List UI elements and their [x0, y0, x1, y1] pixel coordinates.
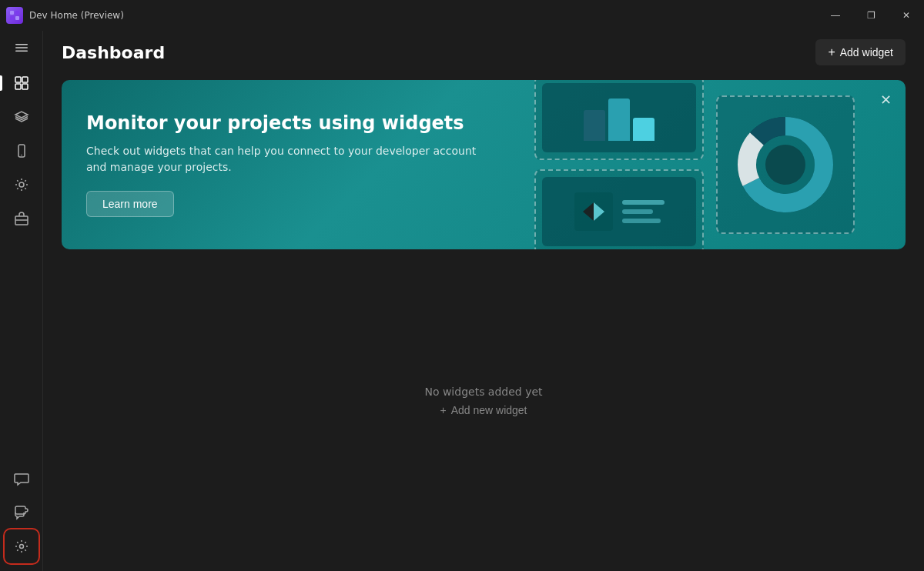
svg-rect-8	[22, 77, 28, 82]
mini-bar-chart	[584, 95, 654, 141]
mini-lines	[622, 200, 665, 223]
add-widget-button[interactable]: + Add widget	[815, 39, 906, 65]
sidebar-item-feedback[interactable]	[6, 463, 37, 494]
svg-point-23	[765, 145, 805, 185]
app-icon	[6, 7, 23, 24]
title-bar-left: Dev Home (Preview)	[6, 7, 124, 24]
add-widget-label: Add widget	[840, 46, 893, 58]
sidebar-nav	[6, 68, 37, 463]
svg-rect-5	[15, 47, 28, 48]
svg-marker-17	[583, 202, 594, 221]
sidebar-item-packages[interactable]	[6, 203, 37, 234]
svg-marker-18	[594, 202, 604, 221]
widget-box-top-container	[534, 80, 704, 160]
widget-preview-left	[534, 80, 704, 249]
sidebar-bottom	[6, 463, 37, 568]
svg-rect-10	[22, 84, 28, 89]
widget-box-arrow	[542, 177, 696, 246]
content-area: Dashboard + Add widget Monitor your proj…	[43, 31, 924, 571]
svg-rect-7	[15, 77, 21, 82]
bar-2	[608, 99, 630, 141]
banner-text: Monitor your projects using widgets Chec…	[86, 112, 487, 217]
bar-1	[584, 110, 605, 141]
widget-box-bottom-container	[534, 169, 704, 249]
hamburger-button[interactable]	[6, 34, 37, 62]
widget-preview-right	[716, 95, 855, 234]
title-bar: Dev Home (Preview) — ❐ ✕	[0, 0, 924, 31]
donut-chart	[732, 111, 839, 219]
svg-rect-3	[15, 16, 19, 20]
add-new-icon: +	[440, 404, 446, 416]
svg-point-13	[19, 182, 24, 187]
sidebar-item-extensions2[interactable]	[6, 497, 37, 528]
page-title: Dashboard	[62, 43, 165, 62]
banner-close-button[interactable]: ✕	[875, 89, 896, 111]
sidebar-item-settings[interactable]	[6, 531, 37, 562]
line-3	[622, 219, 661, 223]
maximize-button[interactable]: ❐	[853, 0, 889, 31]
header: Dashboard + Add widget	[43, 31, 924, 74]
dashboard-content: Monitor your projects using widgets Chec…	[43, 74, 924, 571]
svg-rect-6	[15, 51, 28, 52]
banner: Monitor your projects using widgets Chec…	[62, 80, 906, 249]
no-widgets-text: No widgets added yet	[424, 386, 542, 398]
line-2	[622, 209, 653, 214]
svg-rect-2	[10, 16, 14, 20]
banner-illustration	[484, 80, 906, 249]
minimize-button[interactable]: —	[818, 0, 853, 31]
close-button[interactable]: ✕	[889, 0, 924, 31]
title-bar-controls: — ❐ ✕	[818, 0, 924, 31]
main-layout: Dashboard + Add widget Monitor your proj…	[0, 31, 924, 571]
add-new-widget-label: Add new widget	[451, 404, 527, 416]
svg-rect-0	[10, 11, 14, 15]
learn-more-button[interactable]: Learn more	[86, 191, 174, 217]
empty-state: No widgets added yet + Add new widget	[62, 249, 906, 553]
sidebar-item-devdrive[interactable]	[6, 169, 37, 200]
sidebar-item-dashboard[interactable]	[6, 68, 37, 99]
svg-rect-9	[15, 84, 21, 89]
add-icon: +	[828, 45, 835, 59]
svg-point-16	[19, 545, 23, 549]
sidebar-item-extensions[interactable]	[6, 102, 37, 132]
sidebar	[0, 31, 43, 571]
title-bar-title: Dev Home (Preview)	[29, 10, 124, 21]
svg-point-12	[21, 155, 22, 156]
sidebar-item-devices[interactable]	[6, 135, 37, 166]
banner-title: Monitor your projects using widgets	[86, 112, 487, 134]
widget-box-bars	[542, 83, 696, 152]
bar-3	[633, 118, 654, 141]
svg-rect-4	[15, 44, 28, 45]
add-new-widget-button[interactable]: + Add new widget	[440, 404, 527, 416]
banner-description: Check out widgets that can help you conn…	[86, 143, 487, 175]
line-1	[622, 200, 665, 205]
svg-rect-1	[15, 11, 19, 15]
